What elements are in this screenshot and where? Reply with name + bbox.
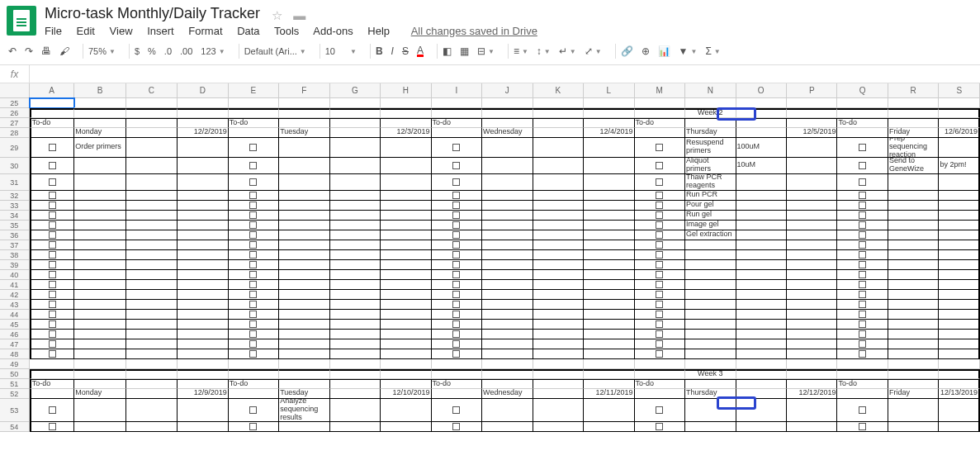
cell[interactable] — [432, 270, 482, 280]
cell[interactable]: Monday — [74, 128, 125, 138]
cell[interactable] — [178, 221, 228, 230]
italic-button[interactable]: I — [391, 45, 394, 57]
cell[interactable]: Gel extraction — [685, 230, 736, 240]
checkbox[interactable] — [249, 202, 257, 209]
cell[interactable]: 10uM — [736, 158, 787, 174]
cell[interactable] — [178, 191, 228, 201]
cell[interactable] — [533, 320, 584, 330]
cell[interactable] — [736, 349, 787, 359]
cell[interactable] — [635, 290, 685, 300]
cell[interactable]: Send to GeneWize — [888, 158, 939, 174]
row-header[interactable]: 43 — [0, 300, 30, 310]
cell[interactable] — [432, 174, 482, 191]
cell[interactable] — [837, 300, 888, 310]
cell[interactable] — [939, 290, 980, 300]
row-header[interactable]: 26 — [0, 108, 30, 118]
cell[interactable] — [635, 138, 685, 158]
cell[interactable] — [330, 260, 381, 270]
checkbox[interactable] — [49, 144, 56, 151]
checkbox[interactable] — [249, 291, 257, 298]
col-header[interactable]: J — [482, 83, 533, 98]
checkbox[interactable] — [859, 231, 866, 239]
cell[interactable] — [482, 138, 533, 158]
cell[interactable] — [30, 389, 75, 399]
cell[interactable] — [178, 339, 228, 349]
cell[interactable] — [432, 422, 482, 432]
checkbox[interactable] — [859, 301, 866, 308]
cell[interactable] — [533, 138, 584, 158]
cell[interactable] — [939, 339, 980, 349]
checkbox[interactable] — [249, 271, 257, 278]
cell[interactable] — [482, 310, 533, 320]
cell[interactable] — [126, 260, 178, 270]
cell[interactable] — [482, 280, 533, 290]
cell[interactable] — [482, 270, 533, 280]
cell[interactable] — [482, 300, 533, 310]
cell[interactable] — [74, 191, 125, 201]
checkbox[interactable] — [859, 162, 866, 169]
checkbox[interactable] — [249, 192, 257, 199]
star-icon[interactable]: ☆ — [272, 8, 282, 22]
checkbox[interactable] — [656, 271, 663, 278]
cell[interactable] — [74, 174, 125, 191]
cell[interactable]: Friday — [888, 128, 939, 138]
cell[interactable] — [736, 201, 787, 211]
col-header[interactable]: R — [888, 83, 939, 98]
cell[interactable] — [736, 240, 787, 250]
checkbox[interactable] — [859, 281, 866, 288]
cell[interactable] — [584, 108, 634, 118]
cell[interactable] — [30, 158, 75, 174]
cell[interactable] — [635, 240, 685, 250]
checkbox[interactable] — [656, 192, 663, 199]
cell[interactable] — [229, 399, 279, 422]
cell[interactable] — [126, 320, 178, 330]
menu-format[interactable]: Format — [188, 25, 222, 37]
col-header[interactable]: S — [939, 83, 980, 98]
checkbox[interactable] — [859, 311, 866, 318]
cell[interactable] — [74, 108, 125, 118]
cell[interactable] — [330, 230, 381, 240]
cell[interactable] — [939, 280, 980, 290]
cell[interactable] — [584, 98, 634, 108]
cell[interactable] — [330, 240, 381, 250]
checkbox[interactable] — [249, 231, 257, 239]
cell[interactable] — [533, 339, 584, 349]
cell[interactable] — [74, 290, 125, 300]
cell[interactable] — [482, 369, 533, 379]
cell[interactable] — [432, 201, 482, 211]
cell[interactable] — [126, 221, 178, 230]
cell[interactable] — [533, 108, 584, 118]
filter-button[interactable]: ▼▼ — [679, 45, 698, 57]
cell[interactable] — [685, 422, 736, 432]
cell[interactable] — [533, 422, 584, 432]
checkbox[interactable] — [49, 271, 56, 278]
cell[interactable] — [330, 221, 381, 230]
checkbox[interactable] — [859, 330, 866, 338]
cell[interactable] — [330, 250, 381, 260]
percent-button[interactable]: % — [148, 46, 156, 56]
row-header[interactable]: 40 — [0, 270, 30, 280]
cell[interactable] — [584, 221, 634, 230]
cell[interactable] — [229, 310, 279, 320]
cell[interactable] — [279, 230, 329, 240]
cell[interactable] — [787, 98, 837, 108]
cell[interactable] — [888, 250, 939, 260]
cell[interactable] — [279, 339, 329, 349]
cell[interactable] — [584, 250, 634, 260]
cell[interactable] — [837, 138, 888, 158]
cell[interactable] — [888, 339, 939, 349]
cell[interactable] — [126, 158, 178, 174]
checkbox[interactable] — [859, 241, 866, 249]
cell[interactable] — [736, 128, 787, 138]
chart-button[interactable]: 📊 — [658, 45, 670, 57]
row-header[interactable]: 36 — [0, 230, 30, 240]
cell[interactable] — [330, 118, 381, 128]
cell[interactable] — [584, 270, 634, 280]
cell[interactable] — [279, 240, 329, 250]
cell[interactable] — [584, 310, 634, 320]
cell[interactable] — [787, 191, 837, 201]
cell[interactable] — [381, 270, 431, 280]
cell[interactable] — [635, 230, 685, 240]
cell[interactable] — [126, 118, 178, 128]
cell[interactable] — [74, 330, 125, 339]
